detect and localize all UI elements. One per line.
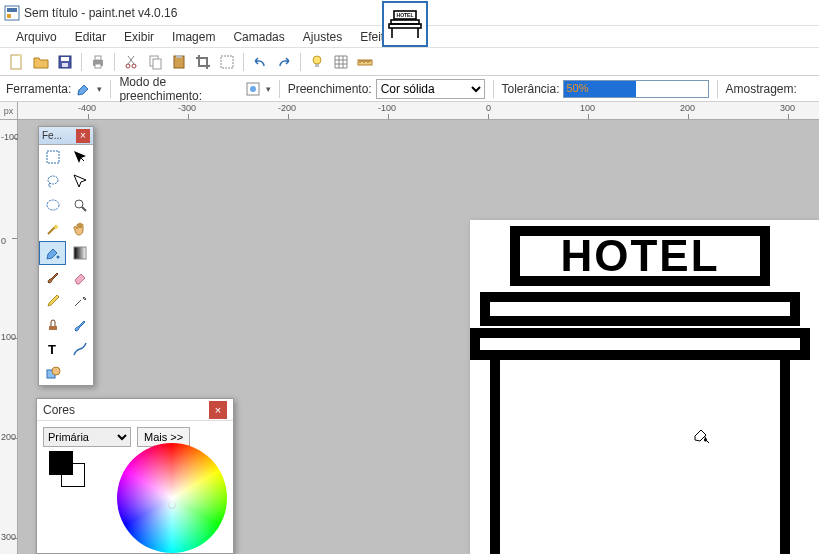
svg-text:T: T — [48, 342, 56, 357]
tool-brush[interactable] — [39, 265, 66, 289]
copy-button[interactable] — [144, 51, 166, 73]
tool-label: Ferramenta: — [6, 82, 71, 96]
dropdown-arrow-icon[interactable]: ▾ — [266, 84, 271, 94]
svg-rect-18 — [153, 59, 161, 69]
svg-rect-13 — [95, 56, 101, 60]
menu-imagem[interactable]: Imagem — [164, 28, 223, 46]
svg-point-26 — [250, 86, 256, 92]
menu-exibir[interactable]: Exibir — [116, 28, 162, 46]
paint-bucket-cursor-icon — [692, 426, 710, 444]
hotel-text: HOTEL — [560, 231, 719, 281]
tool-magic-wand[interactable] — [39, 217, 66, 241]
ruler-tick: 200 — [1, 432, 16, 442]
primary-color-swatch[interactable] — [49, 451, 73, 475]
sampling-icon[interactable] — [801, 79, 819, 99]
color-which-select[interactable]: Primária — [43, 427, 131, 447]
tool-eraser[interactable] — [66, 265, 93, 289]
color-wheel[interactable] — [117, 443, 227, 553]
window-title: Sem título - paint.net v4.0.16 — [24, 6, 177, 20]
ruler-tick: 0 — [486, 103, 491, 113]
svg-point-16 — [132, 64, 136, 68]
ruler-tick: -400 — [78, 103, 96, 113]
tolerance-slider[interactable]: 50% — [563, 80, 708, 98]
fillmode-icon[interactable] — [244, 79, 262, 99]
svg-rect-27 — [47, 151, 59, 163]
colors-window-titlebar[interactable]: Cores × — [37, 399, 233, 421]
color-wheel-indicator[interactable] — [168, 501, 176, 509]
ruler-button[interactable] — [354, 51, 376, 73]
ruler-tick: 300 — [1, 532, 16, 542]
tool-line[interactable] — [66, 337, 93, 361]
close-icon[interactable]: × — [76, 129, 90, 143]
svg-rect-21 — [221, 56, 233, 68]
tool-shapes[interactable] — [39, 361, 66, 385]
separator — [110, 80, 111, 98]
svg-point-31 — [56, 256, 59, 259]
tool-color-picker[interactable] — [66, 289, 93, 313]
tolerance-label: Tolerância: — [501, 82, 559, 96]
tool-pan[interactable] — [66, 217, 93, 241]
tools-window[interactable]: Fe... × T — [38, 126, 94, 386]
separator — [300, 53, 301, 71]
hotel-band-lower — [470, 328, 810, 360]
vertical-ruler: -100 0 100 200 300 — [0, 120, 18, 554]
canvas-page[interactable]: HOTEL — [470, 220, 819, 554]
print-button[interactable] — [87, 51, 109, 73]
fill-label: Preenchimento: — [288, 82, 372, 96]
svg-point-30 — [75, 200, 83, 208]
main-toolbar — [0, 48, 819, 76]
ruler-tick: 300 — [780, 103, 795, 113]
ruler-tick: -100 — [1, 132, 19, 142]
undo-button[interactable] — [249, 51, 271, 73]
ruler-tick: 100 — [1, 332, 16, 342]
menu-ajustes[interactable]: Ajustes — [295, 28, 350, 46]
dropdown-arrow-icon[interactable]: ▾ — [97, 84, 102, 94]
deselect-button[interactable] — [216, 51, 238, 73]
tool-move-selected[interactable] — [66, 145, 93, 169]
svg-rect-11 — [62, 63, 68, 67]
fill-select[interactable]: Cor sólida — [376, 79, 485, 99]
hotel-band-upper — [480, 292, 800, 326]
tool-move-selection[interactable] — [66, 169, 93, 193]
tool-clone-stamp[interactable] — [39, 313, 66, 337]
grid-button[interactable] — [330, 51, 352, 73]
tool-paint-bucket[interactable] — [39, 241, 66, 265]
tool-text[interactable]: T — [39, 337, 66, 361]
svg-rect-23 — [315, 64, 319, 67]
paste-button[interactable] — [168, 51, 190, 73]
tool-zoom[interactable] — [66, 193, 93, 217]
ruler-tick: -200 — [278, 103, 296, 113]
tools-window-titlebar[interactable]: Fe... × — [39, 127, 93, 145]
current-tool-icon[interactable] — [75, 79, 93, 99]
svg-rect-20 — [176, 55, 182, 58]
new-button[interactable] — [6, 51, 28, 73]
ruler-tick: -300 — [178, 103, 196, 113]
save-button[interactable] — [54, 51, 76, 73]
menu-editar[interactable]: Editar — [67, 28, 114, 46]
redo-button[interactable] — [273, 51, 295, 73]
svg-point-22 — [313, 56, 321, 64]
tool-ellipse-select[interactable] — [39, 193, 66, 217]
lightbulb-button[interactable] — [306, 51, 328, 73]
tool-pencil[interactable] — [39, 289, 66, 313]
tool-empty — [66, 361, 93, 385]
tool-recolor[interactable] — [66, 313, 93, 337]
crop-button[interactable] — [192, 51, 214, 73]
colors-window-title: Cores — [43, 403, 75, 417]
app-icon — [4, 5, 20, 21]
separator — [717, 80, 718, 98]
svg-rect-5 — [389, 24, 421, 28]
colors-window[interactable]: Cores × Primária Mais >> — [36, 398, 234, 554]
tool-lasso[interactable] — [39, 169, 66, 193]
svg-rect-10 — [61, 57, 69, 61]
open-button[interactable] — [30, 51, 52, 73]
menu-camadas[interactable]: Camadas — [225, 28, 292, 46]
menu-arquivo[interactable]: Arquivo — [8, 28, 65, 46]
tool-gradient[interactable] — [66, 241, 93, 265]
svg-rect-32 — [74, 247, 86, 259]
cut-button[interactable] — [120, 51, 142, 73]
close-icon[interactable]: × — [209, 401, 227, 419]
svg-rect-14 — [95, 64, 101, 68]
tool-rect-select[interactable] — [39, 145, 66, 169]
document-thumbnail[interactable]: HOTEL — [382, 1, 428, 47]
